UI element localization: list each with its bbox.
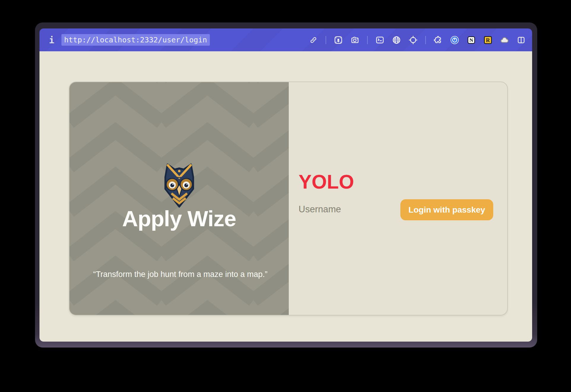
- login-card: Apply Wize “Transform the job hunt from …: [69, 82, 508, 315]
- brand-panel: Apply Wize “Transform the job hunt from …: [69, 82, 289, 315]
- flash-heading: YOLO: [299, 170, 354, 193]
- passkey-login-button[interactable]: Login with passkey: [400, 199, 493, 220]
- browser-window: i http://localhost:2332/user/login: [35, 23, 537, 348]
- link-icon[interactable]: [309, 36, 318, 44]
- 1password-icon[interactable]: [450, 36, 459, 44]
- brand-title: Apply Wize: [69, 206, 289, 231]
- brand-tagline: “Transform the job hunt from a maze into…: [93, 268, 268, 281]
- login-page: Apply Wize “Transform the job hunt from …: [39, 51, 532, 342]
- cloud-icon[interactable]: [500, 36, 509, 44]
- url-text: http://localhost:2332/user/login: [61, 34, 210, 46]
- notion-icon[interactable]: N: [467, 36, 476, 44]
- login-panel: YOLO Login with passkey: [289, 82, 507, 315]
- r-glyph: R: [486, 37, 490, 43]
- notion-glyph: N: [470, 37, 473, 43]
- flower-frame-icon[interactable]: [334, 36, 343, 44]
- info-icon[interactable]: i: [49, 35, 54, 45]
- toolbar-divider: [367, 36, 368, 44]
- terminal-icon[interactable]: [375, 36, 384, 44]
- split-view-icon[interactable]: [517, 36, 526, 44]
- camera-icon[interactable]: [350, 36, 359, 44]
- owl-logo: [159, 161, 199, 208]
- toolbar-icon-row: N R: [309, 36, 526, 44]
- url-input[interactable]: http://localhost:2332/user/login: [61, 34, 210, 47]
- r-extension-icon[interactable]: R: [483, 36, 492, 44]
- toolbar-divider: [425, 36, 426, 44]
- browser-toolbar: i http://localhost:2332/user/login: [39, 28, 532, 51]
- username-input[interactable]: [299, 202, 388, 216]
- crosshair-icon[interactable]: [409, 36, 418, 44]
- puzzle-extension-icon[interactable]: [434, 36, 442, 44]
- toolbar-divider: [326, 36, 326, 44]
- globe-icon[interactable]: [392, 36, 401, 44]
